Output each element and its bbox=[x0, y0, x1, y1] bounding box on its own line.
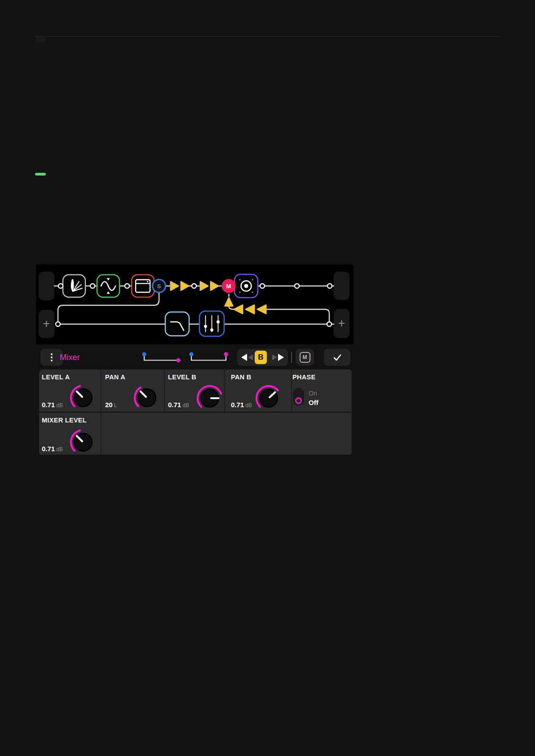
editor-title: Mixer bbox=[60, 353, 80, 362]
split-node[interactable]: S bbox=[153, 280, 166, 293]
arrow-right-icon bbox=[200, 282, 208, 290]
arrow-left-icon bbox=[234, 305, 243, 314]
phase-toggle[interactable] bbox=[293, 388, 304, 406]
path-badge[interactable]: B bbox=[255, 351, 267, 364]
arrow-right-icon bbox=[211, 282, 218, 290]
green-indicator-dash bbox=[35, 173, 46, 176]
arrow-left-icon bbox=[246, 305, 254, 314]
svg-text:S: S bbox=[157, 283, 161, 290]
parameters-row-1: LEVEL A PAN A LEVEL B PAN B PHASE bbox=[39, 369, 352, 412]
connection-node bbox=[58, 284, 63, 288]
pan-a-knob[interactable] bbox=[133, 383, 161, 412]
arrow-up-icon bbox=[225, 298, 233, 306]
svg-text:+: + bbox=[43, 317, 50, 330]
confirm-button[interactable] bbox=[324, 349, 350, 366]
svg-text:M: M bbox=[226, 283, 231, 290]
phase-option-on[interactable]: On bbox=[309, 390, 317, 397]
previous-path-icon[interactable] bbox=[241, 354, 254, 361]
checkmark-icon bbox=[332, 352, 343, 362]
param-value: 0.71dB bbox=[168, 401, 189, 409]
mixer-level-knob[interactable] bbox=[69, 428, 97, 455]
parameters-row-2: MIXER LEVEL 0.71dB bbox=[39, 413, 352, 455]
range-start-dot bbox=[142, 352, 146, 356]
connection-node bbox=[295, 284, 299, 288]
param-label: LEVEL B bbox=[168, 374, 196, 381]
arrow-left-icon bbox=[257, 305, 266, 314]
signal-chain-panel: + + bbox=[36, 264, 354, 344]
param-label: PAN B bbox=[231, 374, 252, 381]
param-label: MIXER LEVEL bbox=[42, 417, 87, 424]
level-b-knob[interactable] bbox=[195, 384, 224, 413]
param-value: 0.71dB bbox=[42, 445, 63, 453]
range-end-dot bbox=[224, 352, 228, 356]
block-low-pass-filter[interactable] bbox=[165, 312, 189, 336]
svg-text:+: + bbox=[338, 316, 345, 330]
phase-off-indicator-icon bbox=[295, 397, 302, 404]
connection-node bbox=[125, 284, 129, 288]
arrow-right-icon bbox=[181, 282, 189, 290]
path-selector-group: B bbox=[237, 349, 288, 366]
range-up-indicator[interactable] bbox=[188, 350, 230, 364]
input-endpoint-block[interactable] bbox=[39, 272, 54, 300]
range-end-dot bbox=[176, 358, 180, 362]
add-block-right-button[interactable]: + bbox=[334, 309, 349, 338]
kebab-menu-icon bbox=[51, 353, 53, 361]
range-start-dot bbox=[189, 352, 193, 356]
top-divider bbox=[35, 36, 500, 37]
connection-node bbox=[327, 322, 332, 326]
header-separator bbox=[291, 352, 292, 363]
param-value: 0.71dB bbox=[42, 401, 63, 409]
block-modulation[interactable] bbox=[97, 275, 119, 297]
range-down-indicator[interactable] bbox=[141, 350, 183, 364]
add-block-left-button[interactable]: + bbox=[39, 310, 54, 338]
m-badge-icon: M bbox=[300, 352, 310, 363]
connection-node bbox=[90, 284, 95, 288]
app-screen: + + bbox=[0, 0, 535, 756]
block-mixer-selected[interactable] bbox=[199, 311, 224, 336]
block-cab[interactable] bbox=[234, 274, 258, 298]
param-value: 20L bbox=[105, 401, 117, 409]
connection-node bbox=[56, 322, 60, 326]
merge-node[interactable]: M bbox=[222, 279, 236, 293]
connection-node bbox=[327, 284, 332, 288]
param-label: LEVEL A bbox=[42, 374, 70, 381]
param-label: PAN A bbox=[105, 374, 125, 381]
block-amp[interactable] bbox=[132, 275, 154, 297]
arrow-right-icon bbox=[171, 282, 178, 290]
parameters-panel: LEVEL A PAN A LEVEL B PAN B PHASE bbox=[39, 369, 352, 455]
connection-node bbox=[192, 284, 196, 288]
m-toggle-button[interactable]: M bbox=[296, 349, 314, 366]
connection-node bbox=[260, 284, 265, 288]
pan-b-knob[interactable] bbox=[254, 384, 283, 413]
next-path-icon[interactable] bbox=[271, 354, 284, 361]
signal-wires bbox=[54, 286, 334, 324]
block-spring-reverb[interactable] bbox=[63, 275, 85, 297]
param-label: PHASE bbox=[292, 374, 315, 381]
output-endpoint-block[interactable] bbox=[334, 272, 349, 300]
top-divider-notch bbox=[35, 37, 45, 43]
param-value: 0.71dB bbox=[231, 401, 252, 409]
phase-option-off[interactable]: Off bbox=[309, 399, 318, 406]
level-a-knob[interactable] bbox=[69, 383, 97, 412]
